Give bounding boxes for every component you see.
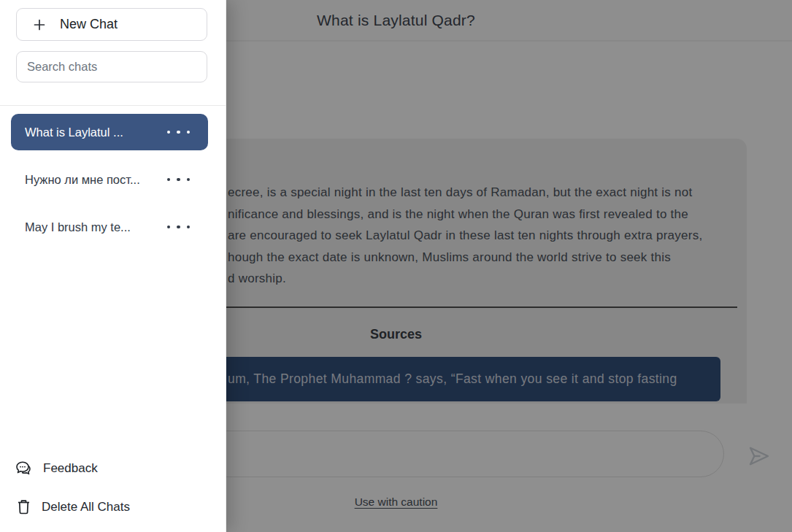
chat-item-title: What is Laylatul ... [25,126,123,139]
trash-icon [16,498,31,515]
plus-icon [32,18,47,32]
feedback-label: Feedback [43,461,98,476]
chat-item-title: Нужно ли мне пост... [25,173,140,187]
ellipsis-icon[interactable] [167,221,191,234]
search-input[interactable] [16,51,207,82]
delete-all-chats-button[interactable]: Delete All Chats [16,498,130,515]
ellipsis-icon[interactable] [167,126,191,139]
feedback-button[interactable]: Feedback [14,459,98,478]
new-chat-button[interactable]: New Chat [16,8,207,41]
ellipsis-icon[interactable] [167,174,191,186]
new-chat-label: New Chat [60,17,118,32]
sidebar-divider [0,105,226,106]
chat-item-title: May I brush my te... [25,220,131,234]
chat-list-item-laylatul[interactable]: What is Laylatul ... [11,114,208,150]
sidebar-drawer: New Chat What is Laylatul ... Нужно ли м… [0,0,226,532]
chat-bubble-icon [14,459,33,478]
delete-all-chats-label: Delete All Chats [42,500,130,514]
chat-list-item-brush[interactable]: May I brush my te... [11,209,208,245]
chat-list-item-russian[interactable]: Нужно ли мне пост... [11,161,208,198]
